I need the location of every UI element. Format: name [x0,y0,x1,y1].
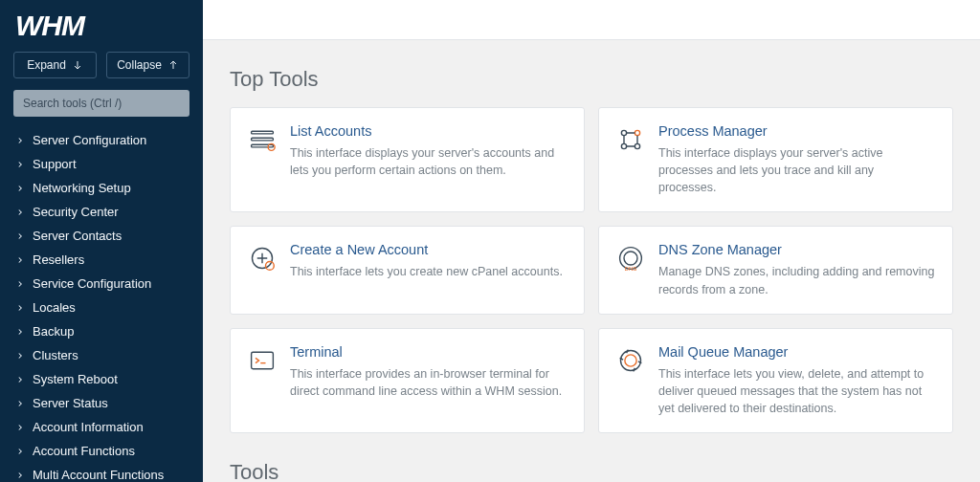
section-title-tools: Tools [230,460,953,482]
card-body: TerminalThis interface provides an in-br… [290,344,567,400]
svg-point-15 [621,350,641,370]
sidebar-item-label: Multi Account Functions [33,468,164,482]
card-desc: Manage DNS zones, including adding and r… [658,263,935,297]
card-title[interactable]: List Accounts [290,123,567,139]
top-strip [203,0,980,40]
top-tools-card[interactable]: Create a New AccountThis interface lets … [230,226,585,314]
sidebar-item-label: Server Configuration [33,133,146,147]
sidebar-item-label: Locales [33,300,76,315]
sidebar-item[interactable]: Locales [0,296,203,319]
sidebar-item-label: Account Functions [33,444,135,458]
collapse-button[interactable]: Collapse [106,52,189,78]
top-tools-card[interactable]: Process ManagerThis interface displays y… [598,107,953,212]
chevron-right-icon [13,255,23,265]
card-title[interactable]: Create a New Account [290,242,567,257]
card-body: List AccountsThis interface displays you… [290,123,567,179]
sidebar-nav: Server ConfigurationSupportNetworking Se… [0,126,203,482]
card-body: DNS Zone ManagerManage DNS zones, includ… [658,242,935,297]
mail-queue-icon [616,346,645,375]
create-account-icon [248,244,277,273]
section-title-top-tools: Top Tools [230,67,953,92]
top-tools-card[interactable]: DNSDNS Zone ManagerManage DNS zones, inc… [598,226,953,314]
top-tools-grid: List AccountsThis interface displays you… [230,107,953,433]
arrow-up-icon [167,59,179,71]
card-desc: This interface displays your server's ac… [290,144,567,179]
card-title[interactable]: Terminal [290,344,567,360]
sidebar-item[interactable]: Multi Account Functions [0,463,203,482]
svg-rect-2 [252,144,274,147]
svg-point-7 [635,143,639,148]
chevron-right-icon [13,471,23,480]
sidebar-item[interactable]: Server Contacts [0,224,203,248]
top-tools-card[interactable]: Mail Queue ManagerThis interface lets yo… [598,328,953,433]
expand-button[interactable]: Expand [13,52,97,78]
svg-point-10 [624,252,637,265]
sidebar-item[interactable]: Support [0,152,203,176]
sidebar-item-label: Server Contacts [33,229,122,243]
dns-zone-icon: DNS [616,244,645,273]
whm-logo: WHM [0,0,203,48]
sidebar-item-label: System Reboot [33,372,118,386]
chevron-right-icon [13,279,23,289]
chevron-right-icon [13,327,23,337]
search-input[interactable] [13,90,189,117]
top-tools-card[interactable]: List AccountsThis interface displays you… [230,107,585,212]
chevron-right-icon [13,375,23,384]
svg-text:DNS: DNS [625,266,637,273]
sidebar-item[interactable]: Account Functions [0,439,203,463]
sidebar-item-label: Service Configuration [33,276,151,291]
sidebar-button-row: Expand Collapse [0,48,203,86]
card-desc: This interface provides an in-browser te… [290,365,567,400]
sidebar-item-label: Account Information [33,420,144,434]
sidebar-item[interactable]: Clusters [0,343,203,367]
chevron-right-icon [13,423,23,432]
terminal-icon [248,346,277,375]
sidebar-item-label: Server Status [33,396,108,410]
sidebar-item[interactable]: System Reboot [0,367,203,391]
card-desc: This interface displays your server's ac… [658,144,935,196]
card-body: Process ManagerThis interface displays y… [658,123,935,196]
card-body: Create a New AccountThis interface lets … [290,242,567,280]
chevron-right-icon [13,160,23,169]
sidebar-item-label: Security Center [33,205,119,219]
card-body: Mail Queue ManagerThis interface lets yo… [658,344,935,417]
sidebar-item-label: Clusters [33,348,78,362]
chevron-right-icon [13,231,23,241]
sidebar-item[interactable]: Server Configuration [0,128,203,152]
svg-point-6 [621,143,626,148]
sidebar: WHM Expand Collapse Server Configuration… [0,0,203,482]
sidebar-item[interactable]: Resellers [0,248,203,272]
content: Top Tools List AccountsThis interface di… [203,40,980,482]
arrow-down-icon [72,59,83,71]
card-desc: This interface lets you create new cPane… [290,263,567,280]
sidebar-item-label: Networking Setup [33,181,131,195]
sidebar-item[interactable]: Account Information [0,415,203,439]
svg-rect-13 [252,352,274,369]
card-desc: This interface lets you view, delete, an… [658,365,935,417]
chevron-right-icon [13,184,23,193]
sidebar-item[interactable]: Backup [0,319,203,343]
chevron-right-icon [13,303,23,313]
svg-point-5 [635,130,639,135]
svg-rect-1 [252,138,274,141]
chevron-right-icon [13,351,23,361]
chevron-right-icon [13,208,23,217]
sidebar-item-label: Resellers [33,252,84,267]
sidebar-item[interactable]: Security Center [0,200,203,224]
chevron-right-icon [13,136,23,145]
svg-point-16 [625,355,636,366]
search-wrap [0,86,203,126]
card-title[interactable]: Mail Queue Manager [658,344,935,360]
svg-rect-0 [252,131,274,134]
sidebar-item-label: Support [33,157,77,171]
sidebar-item[interactable]: Service Configuration [0,272,203,296]
card-title[interactable]: DNS Zone Manager [658,242,935,257]
top-tools-card[interactable]: TerminalThis interface provides an in-br… [230,328,585,433]
expand-label: Expand [27,58,66,72]
card-title[interactable]: Process Manager [658,123,935,139]
collapse-label: Collapse [117,58,162,72]
process-manager-icon [616,125,645,154]
sidebar-item[interactable]: Server Status [0,391,203,415]
sidebar-item[interactable]: Networking Setup [0,176,203,200]
svg-point-4 [621,130,626,135]
